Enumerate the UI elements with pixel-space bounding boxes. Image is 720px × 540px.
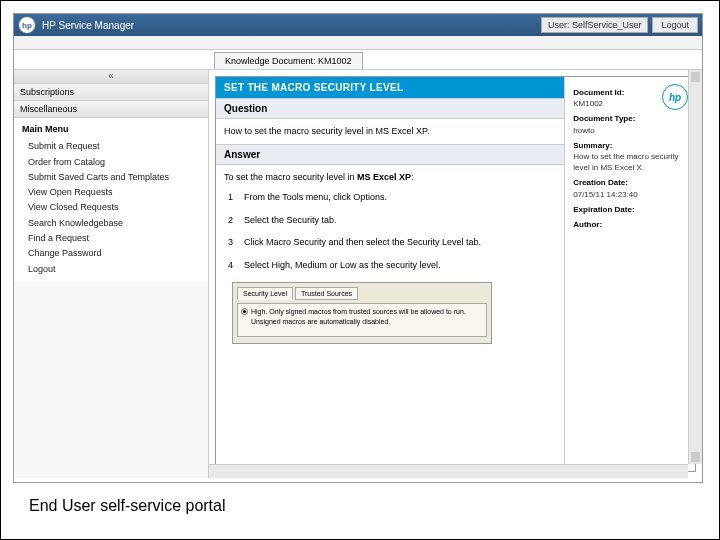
slide-caption: End User self-service portal <box>13 493 707 519</box>
knowledge-document: SET THE MACRO SECURITY LEVEL Question Ho… <box>215 76 696 472</box>
nav-item-logout[interactable]: Logout <box>22 262 200 277</box>
nav-item-open-requests[interactable]: View Open Requests <box>22 185 200 200</box>
logout-button[interactable]: Logout <box>652 17 698 33</box>
hp-brand-icon: hp <box>662 84 688 110</box>
answer-intro-prefix: To set the macro security level in <box>224 172 357 182</box>
left-navigation-pane: « Subscriptions Miscellaneous Main Menu … <box>14 70 209 478</box>
tab-knowledge-document[interactable]: Knowledge Document: KM1002 <box>214 52 363 69</box>
question-text: How to set the macro security level in M… <box>216 119 564 144</box>
hp-logo-icon: hp <box>18 16 36 34</box>
answer-intro-bold: MS Excel XP <box>357 172 411 182</box>
document-main: SET THE MACRO SECURITY LEVEL Question Ho… <box>216 77 565 471</box>
answer-steps: 1From the Tools menu, click Options. 2Se… <box>224 191 556 271</box>
embedded-screenshot: Security Level Trusted Sources High. Onl… <box>232 282 492 344</box>
nav-item-find-request[interactable]: Find a Request <box>22 231 200 246</box>
step-1: 1From the Tools menu, click Options. <box>228 191 556 204</box>
app-title: HP Service Manager <box>42 20 541 31</box>
meta-creation-label: Creation Date: <box>573 177 687 188</box>
content-pane: hp SET THE MACRO SECURITY LEVEL Question… <box>209 70 702 478</box>
nav-item-search-kb[interactable]: Search Knowledgebase <box>22 216 200 231</box>
answer-intro: To set the macro security level in MS Ex… <box>224 171 556 184</box>
document-metadata: Document Id: KM1002 Document Type: howto… <box>565 77 695 471</box>
nav-item-submit-request[interactable]: Submit a Request <box>22 139 200 154</box>
meta-summary-label: Summary: <box>573 140 687 151</box>
nav-item-order-catalog[interactable]: Order from Catalog <box>22 155 200 170</box>
app-frame: hp HP Service Manager User: SelfService_… <box>13 13 703 483</box>
document-title: SET THE MACRO SECURITY LEVEL <box>216 77 564 98</box>
vertical-scrollbar[interactable] <box>688 70 702 464</box>
answer-header: Answer <box>216 144 564 165</box>
ss-tab-trusted-sources: Trusted Sources <box>295 287 358 301</box>
nav-section-subscriptions[interactable]: Subscriptions <box>14 84 208 101</box>
nav-item-saved-carts[interactable]: Submit Saved Carts and Templates <box>22 170 200 185</box>
meta-creation-value: 07/15/11 14:23:40 <box>573 189 687 200</box>
answer-body: To set the macro security level in MS Ex… <box>216 165 564 354</box>
collapse-sidebar-button[interactable]: « <box>14 70 208 84</box>
nav-item-closed-requests[interactable]: View Closed Requests <box>22 200 200 215</box>
nav-section-miscellaneous[interactable]: Miscellaneous <box>14 101 208 118</box>
nav-root[interactable]: Main Menu <box>22 122 200 137</box>
user-indicator: User: SelfService_User <box>541 17 649 33</box>
question-header: Question <box>216 98 564 119</box>
tab-label: Knowledge Document: KM1002 <box>225 56 352 66</box>
meta-summary-value: How to set the macro security level in M… <box>573 151 687 173</box>
sub-toolbar <box>14 36 702 50</box>
step-4: 4Select High, Medium or Low as the secur… <box>228 259 556 272</box>
meta-doc-type-label: Document Type: <box>573 113 687 124</box>
step-2: 2Select the Security tab. <box>228 214 556 227</box>
ss-radio-high: High. Only signed macros from trusted so… <box>241 307 483 327</box>
tab-strip: Knowledge Document: KM1002 <box>14 50 702 70</box>
meta-author-label: Author: <box>573 219 687 230</box>
horizontal-scrollbar[interactable] <box>209 464 688 478</box>
meta-expiration-label: Expiration Date: <box>573 204 687 215</box>
top-bar: hp HP Service Manager User: SelfService_… <box>14 14 702 36</box>
nav-tree: Main Menu Submit a Request Order from Ca… <box>14 118 208 281</box>
meta-doc-type-value: howto <box>573 125 687 136</box>
nav-item-change-password[interactable]: Change Password <box>22 246 200 261</box>
answer-intro-suffix: : <box>411 172 414 182</box>
step-3: 3Click Macro Security and then select th… <box>228 236 556 249</box>
ss-tab-security-level: Security Level <box>237 287 293 301</box>
radio-icon <box>241 308 248 315</box>
ss-radio-text: High. Only signed macros from trusted so… <box>251 307 483 327</box>
